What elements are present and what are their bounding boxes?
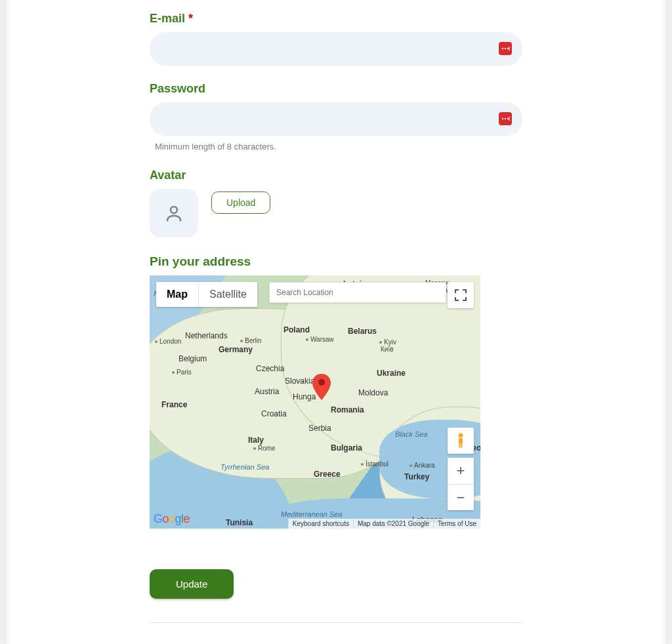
zoom-in-button[interactable]: + (448, 458, 474, 484)
map-label: Belarus (348, 327, 377, 336)
map-search-input[interactable] (269, 282, 446, 303)
map-label: Mediterranean Sea (281, 510, 343, 518)
svg-rect-11 (459, 438, 463, 444)
divider (150, 622, 522, 623)
map-label: Kyiv (379, 338, 396, 346)
svg-rect-13 (461, 443, 463, 448)
map-tab-map[interactable]: Map (156, 282, 198, 307)
map-tab-satellite[interactable]: Satellite (198, 282, 257, 307)
svg-point-6 (507, 118, 509, 119)
map-label: Czechia (256, 364, 284, 373)
map-label: Tyrrhenian Sea (220, 463, 269, 471)
map-label: İstanbul (361, 460, 388, 468)
map-label: Austria (255, 387, 279, 396)
upload-button[interactable]: Upload (211, 191, 270, 214)
map-type-tabs: Map Satellite (156, 282, 257, 307)
map-label: Italy (248, 435, 264, 445)
email-label: E-mail * (150, 12, 522, 26)
map-label: Київ (381, 346, 394, 353)
svg-point-0 (502, 48, 503, 49)
map-label: Rome (253, 445, 276, 452)
map-label: Black Sea (395, 430, 428, 438)
person-icon (164, 203, 184, 224)
svg-point-1 (505, 48, 506, 49)
map-label: Turkey (404, 472, 429, 481)
map-data-text: Map data ©2021 Google (353, 519, 433, 529)
map-label: Ukraine (377, 369, 406, 378)
password-hint: Minimum length of 8 characters. (155, 142, 522, 151)
map-label: Berlin (240, 337, 262, 344)
map-label: France (161, 400, 187, 409)
map-label: Serbia (308, 424, 331, 433)
map-label: Warsaw (306, 336, 334, 343)
email-input[interactable] (150, 32, 522, 65)
svg-point-8 (171, 207, 177, 213)
google-logo: Google (154, 512, 190, 526)
fullscreen-button[interactable] (448, 282, 474, 308)
pegman-button[interactable] (448, 428, 474, 454)
svg-point-5 (505, 118, 506, 119)
password-manager-icon[interactable] (499, 112, 512, 125)
password-input[interactable] (150, 102, 522, 135)
map-label: Netherlands (185, 331, 228, 340)
map-label: Belgium (178, 354, 207, 363)
map-label: Ankara (410, 462, 435, 469)
keyboard-shortcuts-link[interactable]: Keyboard shortcuts (288, 519, 353, 529)
svg-rect-3 (509, 47, 510, 50)
map-label: Bulgaria (331, 443, 362, 453)
map[interactable]: Latvia Moscow Москва North Sea Netherlan… (150, 275, 480, 529)
map-label: Slovakia (285, 376, 314, 386)
avatar-label: Avatar (150, 169, 522, 182)
map-label: Romania (331, 405, 364, 414)
map-label: Greece (314, 470, 341, 479)
svg-point-10 (459, 433, 463, 438)
map-pin-icon[interactable] (312, 374, 331, 403)
map-label: Moldova (358, 388, 388, 397)
update-button[interactable]: Update (150, 569, 234, 599)
password-label: Password (150, 82, 522, 96)
fullscreen-icon (455, 289, 467, 301)
zoom-out-button[interactable]: − (448, 484, 474, 510)
svg-rect-12 (459, 443, 461, 448)
zoom-controls: + − (448, 458, 474, 510)
map-label: Poland (284, 325, 310, 334)
terms-link[interactable]: Terms of Use (433, 519, 480, 529)
pegman-icon (455, 433, 466, 449)
map-label: London (155, 338, 181, 345)
password-manager-icon[interactable] (499, 42, 512, 55)
map-label: Croatia (261, 409, 287, 418)
avatar-placeholder (150, 189, 198, 237)
map-label: Germany (219, 345, 253, 354)
svg-point-4 (502, 118, 503, 119)
address-label: Pin your address (150, 254, 522, 269)
required-mark: * (188, 12, 193, 25)
map-label: Paris (172, 369, 192, 376)
map-label: Tunisia (226, 518, 253, 527)
map-footer: Keyboard shortcuts Map data ©2021 Google… (288, 519, 480, 529)
svg-point-9 (318, 379, 325, 386)
svg-point-2 (507, 48, 509, 49)
map-search (269, 282, 446, 303)
svg-rect-7 (509, 117, 510, 121)
